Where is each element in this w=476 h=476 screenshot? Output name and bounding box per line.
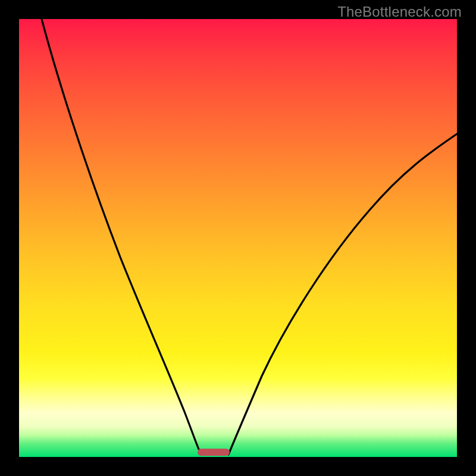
bottleneck-marker: [198, 449, 230, 456]
left-curve: [42, 19, 201, 455]
chart-frame: TheBottleneck.com: [0, 0, 476, 476]
watermark-text: TheBottleneck.com: [337, 4, 462, 20]
plot-area: [19, 19, 457, 457]
right-curve: [228, 134, 457, 455]
curve-layer: [19, 19, 457, 457]
